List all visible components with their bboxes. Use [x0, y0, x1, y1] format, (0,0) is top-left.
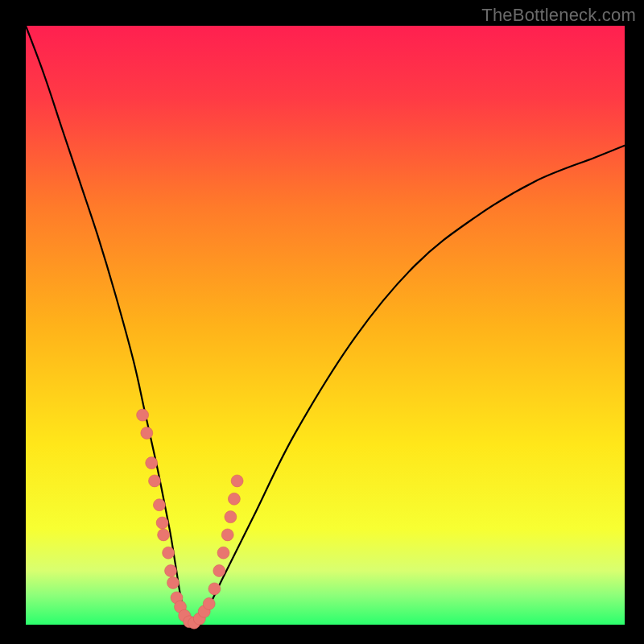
data-point — [153, 499, 165, 511]
data-point — [165, 565, 177, 577]
data-point — [156, 517, 168, 529]
data-point — [228, 493, 240, 505]
data-point — [146, 457, 158, 469]
data-point — [221, 529, 233, 541]
data-point — [203, 598, 215, 610]
data-point — [225, 511, 237, 523]
data-point — [163, 547, 175, 559]
bottleneck-curve — [26, 26, 625, 625]
data-point — [167, 576, 180, 588]
data-point — [213, 565, 225, 577]
data-point — [141, 427, 153, 439]
data-point — [231, 475, 243, 487]
data-point — [158, 529, 170, 541]
chart-frame: TheBottleneck.com — [0, 0, 644, 644]
data-point — [149, 475, 161, 487]
watermark: TheBottleneck.com — [481, 5, 636, 26]
data-point — [208, 583, 221, 595]
data-point — [137, 409, 149, 421]
data-point — [217, 547, 229, 559]
chart-svg — [26, 26, 625, 625]
